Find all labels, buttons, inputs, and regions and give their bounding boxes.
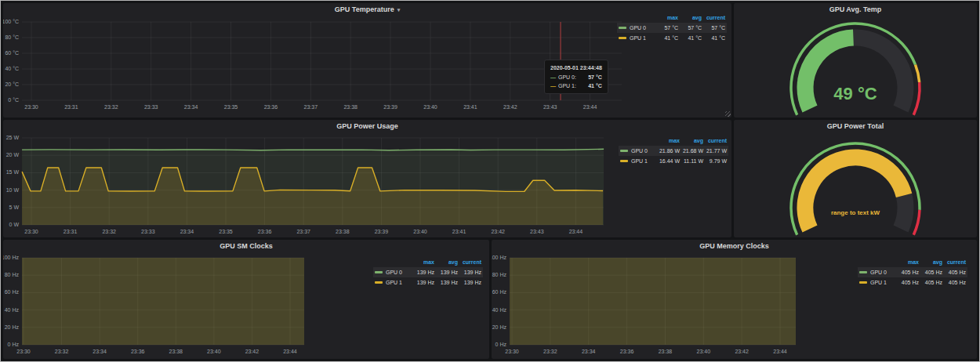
legend-row: GPU 141 °C41 °C41 °C: [617, 33, 727, 43]
legend-value: 139 Hz: [458, 277, 481, 288]
legend-value: 405 Hz: [919, 267, 942, 277]
y-tick-label: 5 W: [9, 205, 19, 210]
x-tick-label: 23:32: [535, 349, 566, 354]
x-tick-label: 23:35: [216, 104, 247, 110]
y-tick-label: 20 °C: [5, 81, 19, 87]
tooltip-series-value: 41 °C: [582, 81, 602, 90]
legend-header-max[interactable]: max: [895, 257, 919, 267]
legend-value: 139 Hz: [411, 267, 434, 277]
legend-value: 41 °C: [678, 33, 702, 43]
y-tick-label: 80 Hz: [5, 272, 19, 277]
legend-series-name[interactable]: GPU 1: [870, 277, 895, 288]
legend-swatch-gpu-0: [375, 271, 383, 273]
x-tick-label: 23:33: [136, 104, 167, 110]
x-tick-label: 23:36: [122, 349, 154, 354]
legend-value: 41 °C: [655, 33, 678, 43]
legend-row: GPU 021.86 W21.68 W21.77 W: [619, 146, 728, 156]
legend-series-name[interactable]: GPU 0: [630, 23, 655, 33]
y-tick-label: 100 Hz: [3, 255, 19, 260]
legend-row: GPU 0405 Hz405 Hz405 Hz: [858, 267, 967, 277]
y-tick-label: 0 Hz: [495, 342, 506, 347]
x-tick-label: 23:44: [575, 104, 606, 110]
legend-value: 139 Hz: [434, 277, 458, 288]
legend-header-current[interactable]: current: [458, 257, 481, 267]
legend-swatch-gpu-0: [859, 271, 867, 273]
x-tick-label: 23:37: [295, 104, 326, 110]
legend-header-current[interactable]: current: [942, 257, 966, 267]
gauge-canvas: [734, 120, 977, 237]
legend-swatch-gpu-1: [619, 37, 626, 39]
legend-header-current[interactable]: current: [703, 136, 727, 146]
legend-header-avg[interactable]: avg: [678, 13, 702, 23]
x-tick-label: 23:44: [560, 229, 591, 234]
legend-value: 57 °C: [702, 23, 725, 33]
gauge-value: 49 °C: [734, 84, 977, 104]
x-tick-label: 23:30: [496, 349, 528, 354]
panel-gpu-power-usage: GPU Power Usage 25 W20 W15 W10 W5 W0 W23…: [3, 120, 731, 237]
legend-series-name[interactable]: GPU 1: [386, 277, 411, 288]
legend-swatch-gpu-1: [859, 281, 867, 284]
legend-header-row: maxavgcurrent: [373, 257, 483, 267]
x-tick-label: 23:42: [726, 349, 757, 354]
legend-row: GPU 0139 Hz139 Hz139 Hz: [373, 267, 483, 277]
panel-gpu-temperature: GPU Temperature▾ 2020-05-01 23:44:48 — G…: [3, 3, 731, 118]
panel-gpu-memory-clocks: GPU Memory Clocks 100 Hz80 Hz60 Hz40 Hz2…: [492, 240, 977, 359]
y-tick-label: 40 Hz: [492, 307, 506, 313]
panel-gpu-sm-clocks: GPU SM Clocks 100 Hz80 Hz60 Hz40 Hz20 Hz…: [3, 240, 489, 359]
tooltip-timestamp: 2020-05-01 23:44:48: [550, 63, 602, 72]
tooltip-row: — GPU 1: 41 °C: [550, 81, 602, 90]
legend-value: 139 Hz: [434, 267, 458, 277]
y-tick-label: 0 °C: [8, 97, 19, 103]
legend-row: GPU 1405 Hz405 Hz405 Hz: [858, 277, 967, 288]
legend-value: 21.77 W: [703, 146, 727, 156]
x-tick-label: 23:43: [535, 104, 566, 110]
legend-header-max[interactable]: max: [411, 257, 434, 267]
y-tick-label: 100 °C: [3, 19, 19, 24]
y-tick-label: 10 W: [6, 187, 19, 193]
x-tick-label: 23:44: [274, 349, 306, 354]
x-tick-label: 23:37: [288, 229, 319, 234]
x-tick-label: 23:36: [612, 349, 643, 354]
x-tick-label: 23:32: [96, 104, 127, 110]
legend-series-name[interactable]: GPU 0: [386, 267, 411, 277]
legend-header-current[interactable]: current: [702, 13, 725, 23]
y-tick-label: 80 °C: [5, 34, 19, 40]
x-tick-label: 23:40: [405, 229, 436, 234]
series-dash-icon: —: [550, 81, 556, 90]
legend-value: 11.11 W: [680, 156, 703, 166]
y-tick-label: 40 Hz: [5, 307, 19, 313]
legend: maxavgcurrentGPU 021.86 W21.68 W21.77 WG…: [619, 136, 728, 166]
x-tick-label: 23:30: [8, 349, 39, 354]
panel-gpu-power-total: GPU Power Total range to text kW: [734, 120, 977, 237]
x-tick-label: 23:38: [335, 104, 366, 110]
legend-header-max[interactable]: max: [655, 13, 678, 23]
legend-series-name[interactable]: GPU 0: [870, 267, 895, 277]
legend-header-avg[interactable]: avg: [434, 257, 458, 267]
legend-value: 21.68 W: [680, 146, 703, 156]
x-tick-label: 23:40: [198, 349, 230, 354]
legend-value: 405 Hz: [895, 277, 919, 288]
x-tick-label: 23:41: [444, 229, 475, 234]
legend-series-name[interactable]: GPU 1: [631, 156, 656, 166]
x-tick-label: 23:36: [249, 229, 281, 234]
y-tick-label: 20 Hz: [492, 324, 506, 330]
legend-series-name[interactable]: GPU 1: [630, 33, 655, 43]
x-tick-label: 23:40: [415, 104, 446, 110]
x-tick-label: 23:34: [573, 349, 604, 354]
legend-header-max[interactable]: max: [656, 136, 680, 146]
y-tick-label: 40 °C: [5, 66, 19, 71]
legend-header-row: maxavgcurrent: [619, 136, 728, 146]
legend: maxavgcurrentGPU 057 °C57 °C57 °CGPU 141…: [617, 13, 727, 43]
tooltip-series-label: GPU 1:: [558, 81, 576, 90]
legend-header-avg[interactable]: avg: [919, 257, 942, 267]
x-tick-label: 23:42: [482, 229, 514, 234]
x-tick-label: 23:38: [649, 349, 681, 354]
x-tick-label: 23:31: [55, 229, 86, 234]
panel-resize-handle[interactable]: [725, 111, 731, 117]
x-tick-label: 23:38: [327, 229, 358, 234]
legend-header-avg[interactable]: avg: [680, 136, 703, 146]
x-tick-label: 23:39: [375, 104, 406, 110]
legend-series-name[interactable]: GPU 0: [631, 146, 656, 156]
x-tick-label: 23:33: [132, 229, 164, 234]
legend-swatch-gpu-1: [620, 160, 628, 162]
